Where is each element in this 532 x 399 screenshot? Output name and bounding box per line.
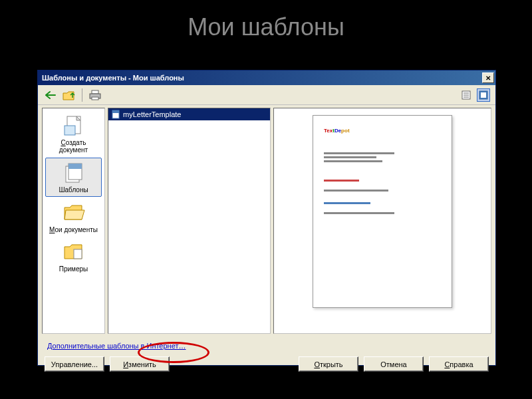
sidebar-item-templates[interactable]: Шаблоны [45,158,102,197]
preview-page: TextDepot [313,115,452,308]
template-file-icon [111,110,120,119]
sidebar-item-newdoc[interactable]: Создать документ [45,111,102,156]
titlebar-text: Шаблоны и документы - Мои шаблоны [42,74,482,82]
template-list: myLetterTemplate [108,108,271,334]
print-button[interactable] [88,88,102,102]
preview-view-toggle[interactable] [477,88,490,102]
preview-panel: TextDepot [273,108,491,334]
svg-rect-14 [74,249,82,259]
svg-rect-10 [65,126,75,135]
edit-button[interactable]: Изменить [110,356,170,372]
back-button[interactable] [43,88,58,102]
dialog-body: Создать документ Шаблоны Мои документы П… [38,105,495,336]
templates-icon [62,161,86,185]
preview-body-lines [324,152,441,214]
list-view-toggle[interactable] [460,88,473,102]
folder-open-icon [62,201,86,225]
button-row: Управление... Изменить Открыть Отмена Сп… [38,354,495,378]
sidebar: Создать документ Шаблоны Мои документы П… [42,108,105,334]
close-button[interactable]: ✕ [482,72,494,83]
svg-rect-13 [68,164,82,169]
open-button[interactable]: Открыть [299,356,358,372]
sidebar-item-label: Шаблоны [59,186,88,194]
sidebar-item-examples[interactable]: Примеры [45,237,102,275]
svg-rect-16 [112,110,119,113]
toolbar-separator [82,88,82,102]
more-templates-link[interactable]: Дополнительные шаблоны в Интернет… [47,342,186,350]
list-item[interactable]: myLetterTemplate [108,108,270,120]
slide-title: Мои шаблоны [0,0,532,51]
titlebar: Шаблоны и документы - Мои шаблоны ✕ [38,70,495,85]
preview-logo: TextDepot [324,128,441,134]
svg-rect-2 [92,97,98,100]
sidebar-item-label: Примеры [59,265,88,273]
link-row: Дополнительные шаблоны в Интернет… [38,336,495,354]
up-button[interactable] [62,88,76,102]
toolbar [38,85,495,105]
manage-button[interactable]: Управление... [45,356,104,372]
folder-icon [62,240,86,264]
help-button[interactable]: Справка [429,356,489,372]
list-item-label: myLetterTemplate [123,110,181,118]
sidebar-item-label: Мои документы [49,226,98,233]
templates-dialog: Шаблоны и документы - Мои шаблоны ✕ Созд… [37,70,496,366]
sidebar-item-label: Создать документ [47,139,100,154]
svg-rect-0 [92,90,98,94]
document-icon [62,114,86,138]
svg-rect-8 [481,92,486,98]
sidebar-item-mydocs[interactable]: Мои документы [45,198,102,236]
cancel-button[interactable]: Отмена [364,356,424,372]
